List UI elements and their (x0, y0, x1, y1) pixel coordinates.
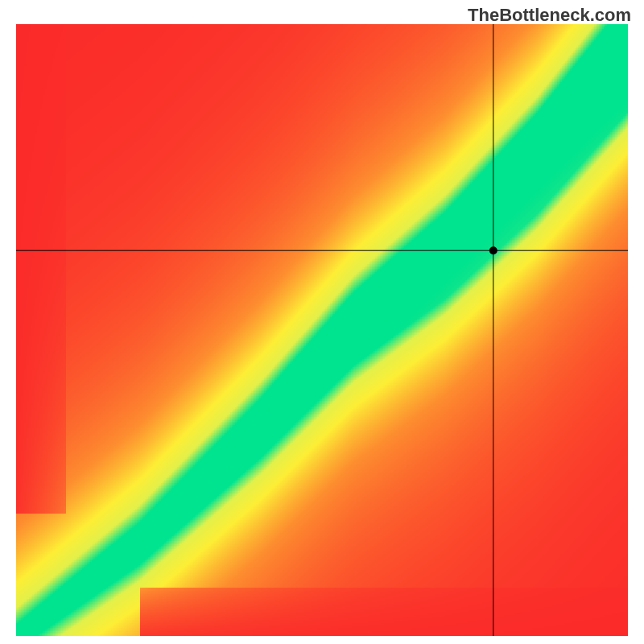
chart-container: TheBottleneck.com (0, 0, 644, 644)
watermark-text: TheBottleneck.com (468, 5, 631, 26)
bottleneck-heatmap (0, 0, 644, 644)
